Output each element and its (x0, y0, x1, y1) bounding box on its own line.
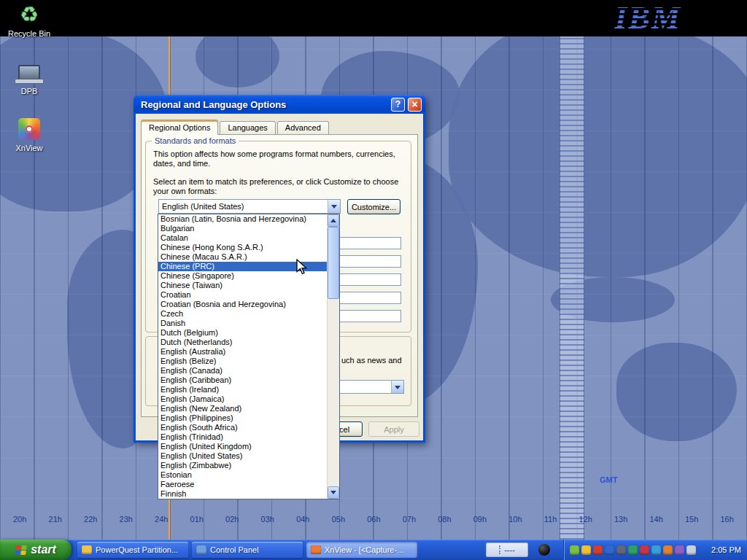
timezone-label: 12h (578, 515, 592, 524)
scroll-up-button[interactable] (328, 214, 339, 227)
location-description-fragment: uch as news and (341, 356, 402, 365)
desktop-icon-dpb[interactable]: DPB (6, 60, 53, 96)
language-list-item[interactable]: English (Australia) (158, 347, 327, 357)
list-scrollbar[interactable] (327, 214, 339, 499)
timezone-label: 08h (438, 515, 451, 524)
combobox-arrow-button[interactable] (328, 200, 340, 213)
language-list-item[interactable]: English (Jamaica) (158, 394, 327, 404)
language-list-item[interactable]: English (United States) (158, 451, 327, 461)
language-list-item[interactable]: English (Trinidad) (158, 432, 327, 442)
language-list-item[interactable]: Chinese (Taiwan) (158, 281, 327, 290)
language-list-item[interactable]: English (Belize) (158, 357, 327, 366)
desktop-icon-xnview[interactable]: XnView (6, 117, 53, 152)
taskbar-task-button[interactable]: PowerQuest Partition... (77, 542, 188, 558)
help-button[interactable]: ? (391, 98, 405, 112)
tray-icons (570, 545, 708, 555)
language-list-item[interactable]: English (Ireland) (158, 385, 327, 394)
language-list-item[interactable]: Bulgarian (158, 224, 327, 233)
language-list-item[interactable]: English (Zimbabwe) (158, 461, 327, 470)
language-list-item[interactable]: Danish (158, 319, 327, 328)
language-list-item[interactable]: Faeroese (158, 480, 327, 489)
language-list-item[interactable]: Croatian (158, 290, 327, 300)
taskbar-clock[interactable]: 2:05 PM (711, 545, 741, 554)
taskbar-deskband[interactable]: ---- (486, 542, 528, 557)
taskbar: start PowerQuest Partition... Control Pa… (0, 540, 747, 560)
taskbar-task-button[interactable]: Control Panel (192, 542, 303, 558)
timezone-label: 11h (544, 515, 557, 524)
task-label: XnView - [<Capture-... (325, 545, 403, 554)
start-label: start (31, 543, 56, 556)
deskband-text: ---- (504, 545, 515, 554)
language-list-item[interactable]: Bosnian (Latin, Bosnia and Herzegovina) (158, 214, 327, 224)
timezone-label: 04h (296, 515, 309, 524)
tray-icon[interactable] (686, 545, 696, 555)
tray-icon[interactable] (640, 545, 649, 555)
timezone-label: 09h (473, 515, 487, 524)
language-list-item[interactable]: Dutch (Belgium) (158, 328, 327, 338)
tray-icon[interactable] (651, 545, 661, 555)
combobox-arrow-button[interactable] (391, 381, 403, 393)
triangle-up-icon (330, 216, 336, 222)
groupbox-title: Standards and formats (152, 136, 239, 145)
customize-button[interactable]: Customize... (347, 199, 400, 214)
timezone-label: 02h (225, 515, 239, 524)
desktop-icon-recycle-bin[interactable]: ♻ Recycle Bin (6, 2, 53, 38)
language-list-item[interactable]: Finnish (158, 489, 327, 499)
language-list-item[interactable]: Chinese (Hong Kong S.A.R.) (158, 243, 327, 252)
text-line: Select an item to match its preferences,… (153, 177, 398, 187)
tray-icon[interactable] (605, 545, 614, 555)
task-label: PowerQuest Partition... (96, 545, 178, 554)
tray-icon[interactable] (581, 545, 591, 555)
map-landmass (616, 343, 737, 441)
tray-icon[interactable] (663, 545, 673, 555)
timezone-label: 20h (13, 515, 26, 524)
chevron-down-icon (331, 205, 337, 211)
language-list-item[interactable]: Catalan (158, 233, 327, 243)
timezone-label: 01h (190, 515, 204, 524)
timezone-label: 14h (649, 515, 662, 524)
standards-combobox[interactable]: English (United States) (158, 199, 341, 214)
standards-description: This option affects how some programs fo… (153, 149, 395, 168)
tray-icon[interactable] (570, 545, 579, 555)
taskbar-app-icon[interactable] (538, 544, 550, 556)
tray-icon[interactable] (593, 545, 603, 555)
tray-icon[interactable] (628, 545, 638, 555)
desktop-screen: IBM 20h21h22h23h24h01h02h03h04h05h06h07h… (0, 0, 747, 560)
timezone-label-row: 20h21h22h23h24h01h02h03h04h05h06h07h08h0… (13, 515, 734, 524)
dialog-tab[interactable]: Languages (220, 121, 275, 134)
task-app-icon (311, 545, 321, 554)
dialog-tab[interactable]: Regional Options (141, 120, 218, 135)
language-list-item[interactable]: Croatian (Bosnia and Herzegovina) (158, 300, 327, 309)
language-list-item[interactable]: English (New Zealand) (158, 404, 327, 413)
language-list-item[interactable]: English (Philippines) (158, 413, 327, 423)
system-tray: 2:05 PM (563, 540, 747, 560)
language-list-items: Bosnian (Latin, Bosnia and Herzegovina)B… (158, 214, 327, 499)
taskbar-task-button[interactable]: XnView - [<Capture-... (306, 542, 417, 558)
task-app-icon (196, 545, 206, 554)
timezone-label: 07h (403, 515, 416, 524)
language-list-item[interactable]: Czech (158, 309, 327, 319)
scrollbar-thumb[interactable] (328, 227, 339, 299)
tray-icon[interactable] (616, 545, 626, 555)
text-line: dates, and time. (153, 159, 395, 168)
drag-grip-icon[interactable] (499, 545, 500, 554)
language-list-item[interactable]: English (Caribbean) (158, 376, 327, 385)
language-list-item[interactable]: English (United Kingdom) (158, 442, 327, 451)
language-list-item[interactable]: English (South Africa) (158, 423, 327, 432)
apply-button: Apply (368, 421, 419, 437)
start-button[interactable]: start (0, 540, 71, 560)
tray-icon[interactable] (675, 545, 684, 555)
close-button[interactable]: × (408, 98, 422, 112)
chevron-down-icon (395, 386, 400, 392)
language-list-item[interactable]: English (Canada) (158, 366, 327, 376)
dialog-tab[interactable]: Advanced (277, 121, 329, 134)
timezone-label: 22h (84, 515, 97, 524)
dialog-titlebar[interactable]: Regional and Language Options ? × (133, 95, 425, 114)
scroll-down-button[interactable] (328, 486, 339, 499)
timezone-label: 15h (685, 515, 698, 524)
language-list-item[interactable]: Dutch (Netherlands) (158, 338, 327, 347)
map-landmass (196, 36, 279, 88)
timezone-label: 16h (721, 515, 734, 524)
task-label: Control Panel (210, 545, 259, 554)
language-list-item[interactable]: Estonian (158, 470, 327, 480)
